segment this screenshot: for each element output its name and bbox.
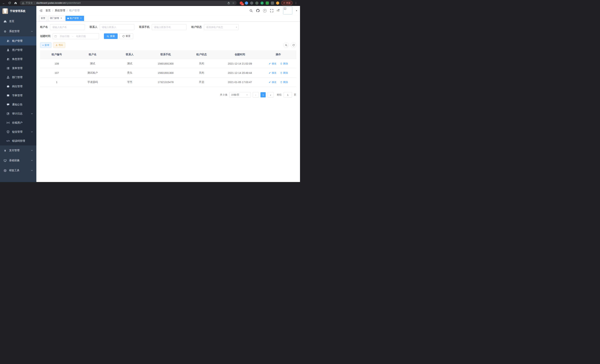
- shield-icon: [7, 131, 10, 133]
- refresh-table-button[interactable]: [291, 42, 296, 48]
- sidebar-item-dept[interactable]: 部门管理: [0, 73, 36, 82]
- omnibox-divider: |: [34, 2, 35, 4]
- extensions-puzzle-icon[interactable]: [271, 1, 274, 5]
- next-page-button[interactable]: ›: [268, 92, 273, 98]
- help-icon[interactable]: ?: [263, 9, 267, 12]
- book-icon: [7, 94, 10, 97]
- sidebar-item-error-code[interactable]: </> 错误码管理: [0, 136, 36, 145]
- user-avatar[interactable]: [283, 7, 292, 14]
- sidebar-item-label: 岗位管理: [12, 85, 22, 88]
- status-select[interactable]: ▾: [204, 24, 239, 30]
- sidebar-collapse-icon[interactable]: [39, 9, 42, 12]
- app-header: 首页 / 系统管理 / 租户管理 ? TT: [36, 6, 300, 15]
- chevron-down-icon: [31, 131, 33, 133]
- tenant-name-input[interactable]: [50, 26, 84, 28]
- browser-reload-icon[interactable]: [8, 2, 11, 4]
- add-button[interactable]: + 新增: [40, 42, 51, 48]
- tab-home[interactable]: 首页: [39, 16, 47, 21]
- sidebar-item-infra[interactable]: 基础设施: [0, 156, 36, 166]
- sidebar-item-tenant[interactable]: 租户管理: [0, 36, 36, 46]
- sidebar-item-audit-log[interactable]: 审计日志: [0, 109, 36, 118]
- sidebar-item-sms[interactable]: 短信管理: [0, 127, 36, 136]
- extension-icon-6[interactable]: [266, 1, 269, 5]
- reset-button[interactable]: 重置: [120, 33, 133, 39]
- cell-created: 2021-01-05 17:03:47: [219, 78, 261, 87]
- fullscreen-icon[interactable]: [270, 9, 273, 12]
- delete-link[interactable]: 删除: [280, 71, 288, 75]
- search-button[interactable]: 搜索: [104, 33, 118, 39]
- sidebar-item-menu[interactable]: 菜单管理: [0, 64, 36, 73]
- share-icon[interactable]: [227, 2, 230, 4]
- browser-back-icon[interactable]: ←: [2, 1, 6, 5]
- header-search-icon[interactable]: [250, 9, 253, 12]
- browser-home-icon[interactable]: [14, 2, 18, 4]
- chevron-down-icon: [31, 113, 33, 115]
- sidebar-item-online-users[interactable]: 在线用户: [0, 118, 36, 127]
- edit-link[interactable]: 修改: [269, 71, 276, 75]
- sidebar-menu: 首页 ⚙ 系统管理 租户管理 用户管理 角色管理: [0, 16, 36, 176]
- sidebar-item-payment[interactable]: ¥ 支付管理: [0, 145, 36, 156]
- delete-link[interactable]: 删除: [280, 62, 288, 65]
- browser-menu-kebab-icon[interactable]: ⋮: [295, 1, 297, 4]
- sidebar-item-dict[interactable]: 字典管理: [0, 91, 36, 100]
- chevron-down-icon: [31, 149, 33, 151]
- sidebar-item-system[interactable]: ⚙ 系统管理: [0, 26, 36, 36]
- page-size-select[interactable]: 10条/页 ▾: [229, 92, 251, 98]
- roles-icon: [7, 58, 10, 60]
- extension-badge: 10: [241, 3, 244, 5]
- mobile-input[interactable]: [152, 26, 186, 28]
- app-logo[interactable]: 芋道管理系统: [0, 6, 36, 16]
- status-select-input[interactable]: [204, 26, 236, 28]
- extension-icon-2[interactable]: [245, 1, 248, 5]
- edit-label: 修改: [272, 62, 276, 65]
- org-tree-icon: [7, 76, 10, 79]
- toggle-search-button[interactable]: [283, 42, 289, 48]
- breadcrumb-system: 系统管理: [55, 9, 65, 12]
- breadcrumb: 首页 / 系统管理 / 租户管理: [46, 9, 80, 12]
- tab-close-icon[interactable]: ×: [60, 17, 63, 20]
- tab-tenant[interactable]: 租户管理 ×: [66, 16, 84, 21]
- sidebar-item-label: 菜单管理: [12, 67, 22, 70]
- contact-input[interactable]: [100, 26, 134, 28]
- extension-icon-3[interactable]: [250, 1, 253, 5]
- avatar-caret-down-icon[interactable]: ▾: [296, 9, 297, 12]
- delete-link[interactable]: 删除: [280, 81, 288, 84]
- extension-icon-4[interactable]: [255, 1, 258, 5]
- extension-icon-5[interactable]: ✓: [261, 1, 264, 5]
- sidebar-item-notice[interactable]: 通知公告: [0, 100, 36, 109]
- sidebar-item-dev-tools[interactable]: 研发工具: [0, 166, 36, 176]
- sidebar-item-user[interactable]: 用户管理: [0, 46, 36, 55]
- sidebar-item-role[interactable]: 角色管理: [0, 55, 36, 64]
- sidebar-item-label: 系统管理: [9, 30, 19, 33]
- page-1-button[interactable]: 1: [261, 92, 266, 97]
- browser-profile-avatar[interactable]: [276, 1, 279, 5]
- broken-image-icon: [284, 7, 286, 10]
- search-icon: [285, 44, 287, 46]
- user-icon: [7, 49, 10, 51]
- address-bar[interactable]: 不安全 | dashboard.yudao.iocoder.cn/system/…: [20, 1, 237, 5]
- date-range-picker[interactable]: -: [53, 33, 99, 39]
- tab-dept[interactable]: 部门管理 ×: [48, 16, 64, 21]
- sidebar-item-post[interactable]: 岗位管理: [0, 82, 36, 91]
- edit-link[interactable]: 修改: [269, 81, 276, 84]
- breadcrumb-separator: /: [67, 9, 67, 12]
- bookmark-star-icon[interactable]: ☆: [232, 1, 234, 4]
- breadcrumb-home[interactable]: 首页: [46, 9, 51, 12]
- total-count: 共 3 条: [220, 93, 227, 96]
- font-size-icon[interactable]: TT: [277, 9, 280, 12]
- prev-page-button[interactable]: ‹: [253, 92, 259, 98]
- export-button[interactable]: 导出: [53, 42, 65, 48]
- cell-tenant-name: 测试: [74, 59, 112, 68]
- extension-icon-1[interactable]: 10: [240, 1, 243, 5]
- tab-close-icon[interactable]: ×: [80, 17, 82, 20]
- browser-update-button[interactable]: 更新: [281, 1, 293, 5]
- goto-page-input[interactable]: [283, 92, 292, 98]
- tab-label: 首页: [41, 17, 45, 20]
- sidebar-item-home[interactable]: 首页: [0, 16, 36, 26]
- download-icon: [56, 44, 58, 46]
- sidebar-item-label: 基础设施: [9, 159, 19, 162]
- github-icon[interactable]: [256, 9, 260, 12]
- edit-link[interactable]: 修改: [269, 62, 276, 65]
- start-date-input[interactable]: [57, 35, 72, 38]
- end-date-input[interactable]: [74, 35, 88, 38]
